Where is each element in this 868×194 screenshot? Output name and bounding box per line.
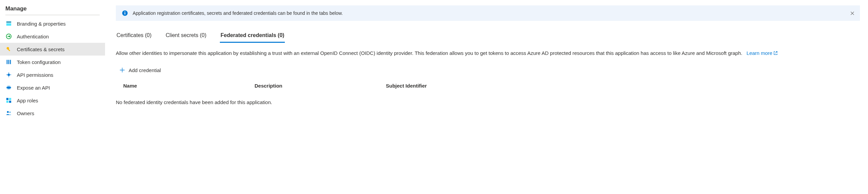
- sidebar-item-certificates-secrets[interactable]: Certificates & secrets: [0, 43, 105, 56]
- svg-rect-5: [7, 60, 8, 64]
- tab-certificates[interactable]: Certificates (0): [116, 30, 152, 43]
- sidebar-item-label: Certificates & secrets: [17, 46, 65, 52]
- svg-rect-11: [9, 98, 11, 100]
- svg-rect-13: [9, 101, 11, 103]
- col-header-description: Description: [254, 83, 386, 89]
- table-empty-message: No federated identity credentials have b…: [116, 91, 860, 105]
- table-header-row: Name Description Subject Identifier: [116, 80, 860, 91]
- svg-point-14: [7, 111, 9, 113]
- svg-rect-1: [6, 23, 11, 26]
- svg-point-3: [7, 47, 9, 50]
- svg-rect-6: [8, 60, 9, 64]
- expose-api-icon: [5, 84, 12, 91]
- close-icon[interactable]: [849, 10, 855, 16]
- sidebar-item-app-roles[interactable]: App roles: [0, 94, 105, 107]
- svg-rect-10: [6, 98, 8, 100]
- tab-description: Allow other identities to impersonate th…: [116, 50, 860, 57]
- tabs: Certificates (0) Client secrets (0) Fede…: [116, 30, 860, 43]
- token-icon: [5, 59, 12, 65]
- sidebar-item-label: App roles: [17, 98, 38, 103]
- owners-icon: [5, 110, 12, 117]
- sidebar-item-label: API permissions: [17, 72, 53, 78]
- sidebar-item-authentication[interactable]: Authentication: [0, 30, 105, 43]
- sidebar: Manage Branding & properties Authenticat…: [0, 0, 105, 124]
- tab-federated-credentials[interactable]: Federated credentials (0): [220, 30, 285, 43]
- svg-point-8: [7, 73, 10, 76]
- description-text: Allow other identities to impersonate th…: [116, 50, 742, 56]
- add-credential-label: Add credential: [129, 67, 161, 73]
- svg-point-15: [9, 111, 11, 113]
- sidebar-item-label: Authentication: [17, 34, 49, 39]
- sidebar-item-label: Token configuration: [17, 59, 61, 65]
- info-banner-text: Application registration certificates, s…: [133, 10, 343, 16]
- sidebar-heading: Manage: [0, 4, 105, 15]
- svg-rect-7: [10, 60, 11, 64]
- sidebar-item-label: Owners: [17, 110, 34, 116]
- sidebar-item-token-config[interactable]: Token configuration: [0, 56, 105, 68]
- svg-rect-12: [6, 101, 8, 103]
- sidebar-divider: [5, 15, 100, 15]
- sidebar-item-owners[interactable]: Owners: [0, 107, 105, 120]
- col-header-name: Name: [123, 83, 254, 89]
- key-icon: [5, 46, 12, 53]
- sidebar-item-api-permissions[interactable]: API permissions: [0, 68, 105, 81]
- plus-icon: [119, 67, 125, 73]
- sidebar-item-label: Expose an API: [17, 85, 50, 91]
- external-link-icon: [773, 51, 778, 55]
- svg-rect-4: [8, 49, 10, 51]
- auth-icon: [5, 33, 12, 40]
- sidebar-item-label: Branding & properties: [17, 21, 66, 27]
- branding-icon: [5, 20, 12, 27]
- main-content: Application registration certificates, s…: [105, 0, 868, 124]
- learn-more-link[interactable]: Learn more: [746, 50, 778, 56]
- info-banner: Application registration certificates, s…: [116, 5, 860, 21]
- sidebar-item-branding[interactable]: Branding & properties: [0, 17, 105, 30]
- credentials-table: Name Description Subject Identifier No f…: [116, 80, 860, 105]
- svg-rect-18: [125, 13, 125, 14]
- col-header-subject: Subject Identifier: [386, 83, 852, 89]
- tab-client-secrets[interactable]: Client secrets (0): [165, 30, 207, 43]
- svg-point-17: [125, 11, 126, 12]
- sidebar-item-expose-api[interactable]: Expose an API: [0, 81, 105, 94]
- api-perm-icon: [5, 71, 12, 78]
- info-icon: [122, 10, 128, 16]
- add-credential-button[interactable]: Add credential: [116, 65, 164, 75]
- svg-rect-0: [6, 22, 11, 23]
- app-roles-icon: [5, 97, 12, 104]
